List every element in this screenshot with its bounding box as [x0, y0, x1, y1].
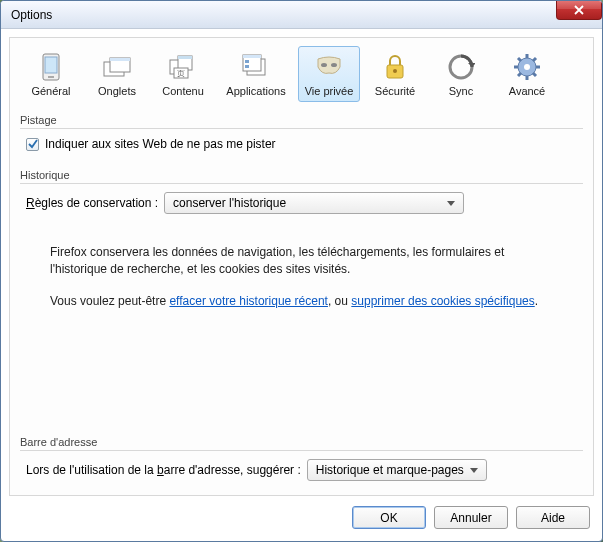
- svg-point-16: [321, 63, 327, 67]
- svg-point-17: [331, 63, 337, 67]
- divider: [20, 128, 583, 129]
- general-icon: [35, 51, 67, 83]
- svg-line-30: [533, 58, 536, 61]
- tab-vie-privee[interactable]: Vie privée: [298, 46, 360, 102]
- svg-rect-1: [45, 57, 57, 73]
- inner-frame: Général Onglets 页 Contenu: [9, 37, 594, 496]
- divider: [20, 183, 583, 184]
- applications-icon: [240, 51, 272, 83]
- category-toolbar: Général Onglets 页 Contenu: [20, 46, 583, 102]
- svg-line-31: [518, 73, 521, 76]
- tab-avance[interactable]: Avancé: [496, 46, 558, 102]
- svg-rect-14: [245, 60, 249, 63]
- historique-legend: Historique: [20, 169, 583, 181]
- tab-label: Sync: [449, 85, 473, 97]
- divider: [20, 450, 583, 451]
- pistage-legend: Pistage: [20, 114, 583, 126]
- addressbar-section: Barre d'adresse Lors de l'utilisation de…: [20, 432, 583, 487]
- tab-applications[interactable]: Applications: [218, 46, 294, 102]
- ok-button[interactable]: OK: [352, 506, 426, 529]
- do-not-track-checkbox[interactable]: [26, 138, 39, 151]
- svg-marker-33: [470, 468, 478, 473]
- history-info-text2: Vous voulez peut-être effacer votre hist…: [50, 293, 563, 310]
- sync-icon: [445, 51, 477, 83]
- retention-rules-label: Règles de conservation :: [26, 196, 158, 210]
- select-value: Historique et marque-pages: [316, 463, 464, 477]
- tabs-icon: [101, 51, 133, 83]
- svg-rect-8: [178, 56, 192, 59]
- svg-line-29: [533, 73, 536, 76]
- svg-rect-5: [110, 58, 130, 61]
- addressbar-suggest-select[interactable]: Historique et marque-pages: [307, 459, 487, 481]
- tab-label: Applications: [226, 85, 285, 97]
- addressbar-legend: Barre d'adresse: [20, 436, 583, 448]
- lock-icon: [379, 51, 411, 83]
- retention-rules-select[interactable]: conserver l'historique: [164, 192, 464, 214]
- addressbar-suggest-label: Lors de l'utilisation de la barre d'adre…: [26, 463, 301, 477]
- privacy-mask-icon: [313, 51, 345, 83]
- tab-general[interactable]: Général: [20, 46, 82, 102]
- tab-securite[interactable]: Sécurité: [364, 46, 426, 102]
- dialog-buttons: OK Annuler Aide: [9, 496, 594, 533]
- svg-point-23: [524, 64, 530, 70]
- close-button[interactable]: [556, 0, 602, 20]
- help-button[interactable]: Aide: [516, 506, 590, 529]
- remove-cookies-link[interactable]: supprimer des cookies spécifiques: [351, 294, 534, 308]
- content-icon: 页: [167, 51, 199, 83]
- svg-rect-2: [48, 76, 54, 78]
- tab-onglets[interactable]: Onglets: [86, 46, 148, 102]
- svg-rect-15: [245, 65, 249, 68]
- svg-marker-21: [468, 63, 475, 67]
- tab-label: Sécurité: [375, 85, 415, 97]
- tab-sync[interactable]: Sync: [430, 46, 492, 102]
- do-not-track-label: Indiquer aux sites Web de ne pas me pist…: [45, 137, 276, 151]
- tab-label: Vie privée: [305, 85, 354, 97]
- svg-marker-32: [447, 201, 455, 206]
- cancel-button[interactable]: Annuler: [434, 506, 508, 529]
- options-window: Options Général Onglets: [0, 0, 603, 542]
- select-value: conserver l'historique: [173, 196, 286, 210]
- svg-text:页: 页: [177, 69, 185, 78]
- titlebar: Options: [1, 1, 602, 29]
- tab-label: Général: [31, 85, 70, 97]
- content-area: Général Onglets 页 Contenu: [1, 29, 602, 541]
- svg-rect-13: [243, 55, 261, 58]
- history-info: Firefox conservera les données de naviga…: [50, 244, 563, 310]
- pistage-section: Pistage Indiquer aux sites Web de ne pas…: [20, 110, 583, 157]
- tab-label: Avancé: [509, 85, 546, 97]
- chevron-down-icon: [447, 196, 455, 210]
- chevron-down-icon: [470, 463, 478, 477]
- tab-contenu[interactable]: 页 Contenu: [152, 46, 214, 102]
- tab-label: Contenu: [162, 85, 204, 97]
- clear-recent-history-link[interactable]: effacer votre historique récent: [169, 294, 328, 308]
- history-info-text1: Firefox conservera les données de naviga…: [50, 244, 563, 279]
- historique-section: Historique Règles de conservation : cons…: [20, 165, 583, 324]
- svg-point-19: [393, 69, 397, 73]
- svg-line-28: [518, 58, 521, 61]
- gear-icon: [511, 51, 543, 83]
- tab-label: Onglets: [98, 85, 136, 97]
- window-title: Options: [11, 8, 52, 22]
